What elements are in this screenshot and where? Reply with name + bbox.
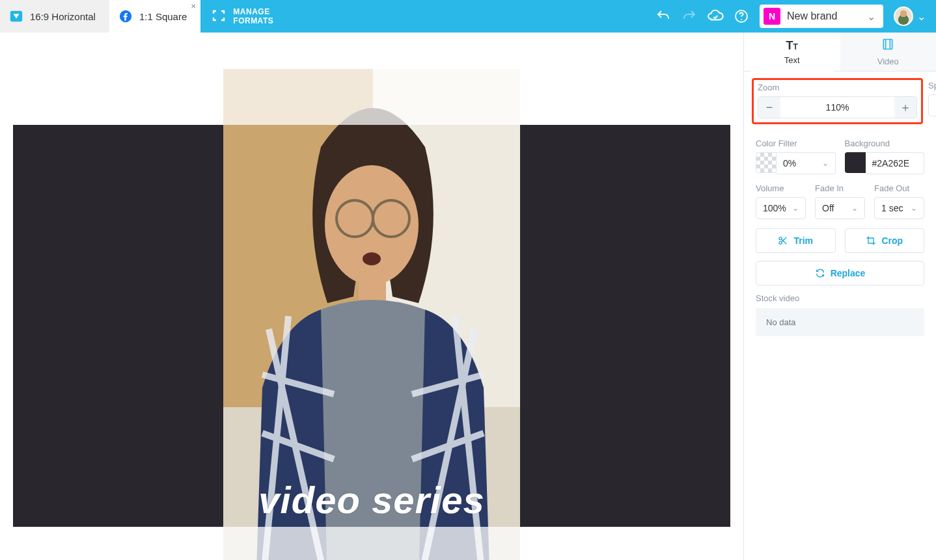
film-icon xyxy=(881,38,894,54)
brand-name: New brand xyxy=(787,10,837,22)
zoom-label: Zoom xyxy=(758,83,917,92)
manage-formats-button[interactable]: MANAGE FORMATS xyxy=(200,0,284,33)
background-swatch[interactable] xyxy=(845,152,866,173)
sidebar-tabs: TT Text Video xyxy=(744,33,936,72)
background-value-field[interactable]: #2A262E xyxy=(866,152,925,174)
format-tab-horizontal[interactable]: 16:9 Horizontal xyxy=(0,0,109,33)
svg-point-3 xyxy=(741,19,742,20)
video-caption-text[interactable]: video series xyxy=(223,478,520,522)
color-filter-label: Color Filter xyxy=(756,139,836,148)
text-icon: TT xyxy=(786,39,798,53)
account-menu[interactable]: ⌄ xyxy=(888,0,936,33)
undo-button[interactable] xyxy=(650,0,676,33)
stock-video-empty: No data xyxy=(756,308,924,336)
tab-text[interactable]: TT Text xyxy=(744,33,840,71)
svg-point-11 xyxy=(363,252,381,265)
svg-point-24 xyxy=(779,237,782,240)
chevron-down-icon: ⌄ xyxy=(867,10,875,23)
cloud-sync-icon[interactable] xyxy=(702,0,728,33)
stock-video-label: Stock video xyxy=(756,293,924,303)
properties-sidebar: TT Text Video Zoom − ＋ xyxy=(743,33,936,560)
volume-select[interactable]: 100% ⌄ xyxy=(756,197,806,219)
main-area: video series TT Text Video Zoom − xyxy=(0,33,936,560)
color-filter-swatch[interactable] xyxy=(756,152,777,173)
speed-label: Speed xyxy=(928,81,936,90)
chevron-down-icon: ⌄ xyxy=(911,204,917,213)
zoom-stepper[interactable]: − ＋ xyxy=(758,96,917,118)
manage-label-1: MANAGE xyxy=(233,7,273,16)
background-value: #2A262E xyxy=(872,158,910,168)
top-bar: 16:9 Horizontal 1:1 Square ✕ MANAGE FORM… xyxy=(0,0,936,33)
speed-select[interactable]: 1 ⌄ xyxy=(928,94,936,116)
facebook-icon xyxy=(118,9,133,23)
expand-icon xyxy=(211,8,227,25)
svg-rect-21 xyxy=(884,39,892,49)
fadeout-select[interactable]: 1 sec ⌄ xyxy=(874,197,924,219)
background-label: Background xyxy=(845,139,925,148)
fadein-label: Fade In xyxy=(815,183,865,193)
volume-value: 100% xyxy=(763,203,786,213)
canvas-video-clip[interactable]: video series xyxy=(223,69,520,560)
fadein-select[interactable]: Off ⌄ xyxy=(815,197,865,219)
fadein-value: Off xyxy=(822,203,834,213)
redo-button[interactable] xyxy=(676,0,702,33)
fadeout-label: Fade Out xyxy=(874,183,924,193)
brand-selector[interactable]: N New brand ⌄ xyxy=(760,5,883,28)
crop-label: Crop xyxy=(881,235,903,246)
volume-label: Volume xyxy=(756,183,806,193)
canvas-area[interactable]: video series xyxy=(0,33,743,560)
format-tab-label: 1:1 Square xyxy=(139,11,187,22)
svg-point-25 xyxy=(779,241,782,244)
crop-button[interactable]: Crop xyxy=(845,228,925,253)
tab-label: Text xyxy=(784,55,800,65)
brand-badge: N xyxy=(764,8,780,25)
zoom-value-input[interactable] xyxy=(780,97,894,118)
fadeout-value: 1 sec xyxy=(881,203,903,213)
chevron-down-icon: ⌄ xyxy=(917,10,926,23)
color-filter-value: 0% xyxy=(783,158,796,168)
replace-label: Replace xyxy=(831,268,866,278)
user-avatar xyxy=(894,7,913,26)
chevron-down-icon: ⌄ xyxy=(792,204,799,213)
manage-label-2: FORMATS xyxy=(233,16,273,25)
color-filter-select[interactable]: 0% ⌄ xyxy=(777,152,836,174)
zoom-minus-button[interactable]: − xyxy=(758,97,780,118)
close-icon[interactable]: ✕ xyxy=(191,3,196,10)
wavve-logo-icon xyxy=(9,9,23,23)
tab-video[interactable]: Video xyxy=(840,33,937,71)
help-button[interactable] xyxy=(728,0,754,33)
tab-label: Video xyxy=(877,57,899,66)
trim-label: Trim xyxy=(793,235,813,246)
chevron-down-icon: ⌄ xyxy=(851,204,858,213)
trim-button[interactable]: Trim xyxy=(756,228,836,253)
zoom-plus-button[interactable]: ＋ xyxy=(894,97,916,118)
chevron-down-icon: ⌄ xyxy=(822,159,829,168)
format-tab-label: 16:9 Horizontal xyxy=(30,11,96,22)
replace-button[interactable]: Replace xyxy=(756,261,924,286)
format-tab-square[interactable]: 1:1 Square ✕ xyxy=(109,0,200,33)
